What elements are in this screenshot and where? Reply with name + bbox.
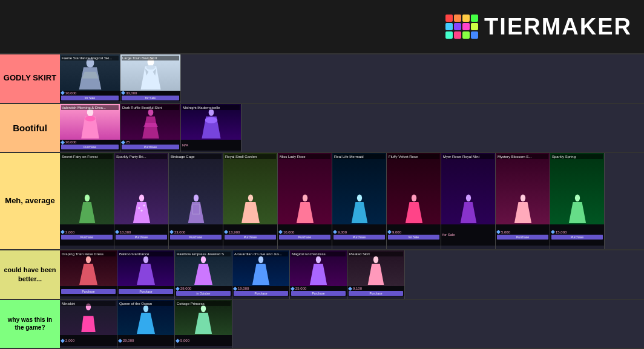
svg-marker-1: [79, 67, 101, 90]
card-info: 30,000 for Sale: [60, 91, 120, 101]
purchase-btn[interactable]: Purchase: [334, 235, 385, 240]
purchase-btn[interactable]: Purchase: [551, 235, 603, 240]
purchase-btn[interactable]: for Sale: [122, 96, 179, 100]
svg-marker-50: [252, 264, 269, 285]
card-info: 30,000 Purchase: [60, 140, 120, 150]
tier-label-b: Meh, average: [0, 153, 60, 249]
svg-point-24: [193, 194, 198, 201]
logo-container: TiERMAKER: [445, 14, 632, 40]
item-card[interactable]: Sparkly Party Bri... 10,000Purchase: [114, 153, 169, 249]
item-card[interactable]: Midnight Mademoiselle N/A: [181, 104, 242, 152]
item-card[interactable]: Myer Rowe Royal Mini for Sale: [441, 153, 496, 249]
purchase-btn[interactable]: Purchase: [497, 235, 548, 240]
svg-point-37: [520, 194, 525, 201]
svg-point-57: [143, 305, 148, 313]
purchase-btn[interactable]: Purchase: [291, 291, 346, 296]
item-title: Real Life Mermaid: [334, 154, 385, 159]
item-card[interactable]: Queen of the Ocean 29,000: [117, 300, 175, 348]
item-card[interactable]: Faerie Stardance Magical Ski... 30,000 f…: [60, 54, 120, 103]
svg-point-29: [302, 194, 307, 201]
svg-marker-44: [79, 264, 97, 285]
tier-row-a: Bootiful Valentish Morning & Drea... 30,…: [0, 104, 644, 154]
purchase-btn[interactable]: Purchase: [225, 235, 276, 240]
item-card[interactable]: Dark Ruffle Bootiful Skirt 25 Purchase: [120, 104, 181, 152]
item-title: Large Train Bow Skirt: [122, 56, 179, 60]
item-title: Magical Enchantress: [291, 252, 346, 256]
tiermaker-container: TiERMAKER GODLY SKIRT Faerie Stardance M…: [0, 0, 644, 349]
item-card[interactable]: Royal Stroll Garden 13,900Purchase: [223, 153, 278, 249]
header: TiERMAKER: [0, 0, 644, 54]
item-card[interactable]: Large Train Bow Skirt 33,000 for Sale: [120, 54, 181, 103]
item-card[interactable]: Miniskirt 2,000: [60, 300, 117, 348]
svg-point-43: [86, 256, 91, 263]
item-title: Queen of the Ocean: [119, 301, 173, 306]
card-price: 30,000: [61, 91, 119, 95]
purchase-btn[interactable]: for Sale: [388, 235, 439, 240]
purchase-btn[interactable]: for Sale: [61, 96, 119, 100]
svg-marker-25: [188, 202, 204, 223]
item-card[interactable]: A Guardian of Love and Jus... 19,000Purc…: [232, 250, 290, 299]
tier-row-d: why was this in the game? Miniskirt 2,00…: [0, 300, 644, 350]
svg-marker-20: [133, 202, 150, 223]
purchase-btn[interactable]: Purchase: [279, 235, 330, 240]
card-price: 33,000: [122, 91, 179, 95]
purchase-btn[interactable]: Purchase: [61, 145, 119, 149]
purchase-btn[interactable]: Purchase: [61, 235, 113, 240]
tier-label-c: could have been better...: [0, 250, 60, 299]
svg-marker-34: [405, 202, 422, 223]
item-card[interactable]: Fluffy Velvet Rose 9,000for Sale: [387, 153, 441, 249]
card-info: 25 Purchase: [120, 140, 180, 150]
item-card[interactable]: Pleated Skirt 9,100Purchase: [347, 250, 405, 299]
item-card[interactable]: Magical Enchantress 25,000Purchase: [290, 250, 347, 299]
svg-marker-30: [296, 202, 313, 223]
purchase-btn[interactable]: Purchase: [349, 291, 403, 296]
svg-marker-60: [195, 313, 212, 334]
svg-marker-52: [310, 264, 327, 285]
svg-point-47: [201, 256, 206, 263]
purchase-btn[interactable]: in October: [176, 291, 231, 296]
item-card[interactable]: Draping Train Rose Dress Purchase: [60, 250, 117, 299]
item-card[interactable]: Miss Lady Rose 10,000Purchase: [278, 153, 332, 249]
item-card[interactable]: Ballroom Entrance Purchase: [117, 250, 175, 299]
svg-point-10: [85, 116, 95, 122]
purchase-btn[interactable]: Purchase: [122, 145, 179, 149]
item-title: Rainbow Empress Jeweled S: [176, 252, 231, 256]
purchase-btn[interactable]: Purchase: [234, 291, 288, 296]
item-card[interactable]: Valentish Morning & Drea... 30,000 Purch…: [60, 104, 120, 152]
item-card[interactable]: Birdcage Cage 23,000Purchase: [169, 153, 223, 249]
svg-marker-36: [460, 202, 476, 223]
item-card[interactable]: Mystery Blossom S... 5,000Purchase: [496, 153, 550, 249]
svg-marker-28: [242, 202, 260, 223]
svg-marker-4: [140, 66, 160, 90]
item-card[interactable]: Cottage Princess 5,000: [175, 300, 232, 348]
item-title: Fluffy Velvet Rose: [388, 154, 439, 159]
purchase-btn[interactable]: Purchase: [119, 289, 173, 294]
svg-point-23: [140, 209, 142, 211]
purchase-btn[interactable]: Purchase: [61, 289, 116, 294]
item-title: Valentish Morning & Drea...: [61, 105, 119, 110]
svg-marker-18: [79, 202, 95, 223]
item-title: Birdcage Cage: [170, 154, 222, 159]
tiers-container: GODLY SKIRT Faerie Stardance Magical Ski…: [0, 54, 644, 349]
item-card[interactable]: Real Life Mermaid 9,000Purchase: [332, 153, 387, 249]
item-title: Pleated Skirt: [349, 252, 403, 256]
item-title: Miss Lady Rose: [279, 154, 330, 159]
tier-label-d: why was this in the game?: [0, 300, 60, 348]
svg-marker-38: [514, 202, 531, 223]
tier-content-a: Valentish Morning & Drea... 30,000 Purch…: [60, 104, 644, 152]
item-title: Sparkly Party Bri...: [116, 154, 167, 159]
tier-row-c: could have been better... Draping Train …: [0, 250, 644, 300]
svg-point-11: [148, 109, 153, 116]
svg-point-53: [373, 256, 378, 263]
item-card[interactable]: Secret Fairy on Forest 2,000Purchase: [60, 153, 114, 249]
item-card[interactable]: Sparkly Spring 15,000Purchase: [550, 153, 605, 249]
svg-point-14: [208, 109, 214, 116]
purchase-btn[interactable]: Purchase: [170, 235, 222, 240]
item-title: Myer Rowe Royal Mini: [442, 154, 494, 159]
item-card[interactable]: Rainbow Empress Jeweled S 28,000in Octob…: [175, 250, 232, 299]
tier-row-b: Meh, average Secret Fairy on Forest 2,00…: [0, 153, 644, 250]
purchase-btn[interactable]: Purchase: [116, 235, 167, 240]
item-title: Miniskirt: [61, 301, 116, 306]
tier-label-s: GODLY SKIRT: [0, 54, 60, 103]
item-title: Draping Train Rose Dress: [61, 252, 116, 256]
